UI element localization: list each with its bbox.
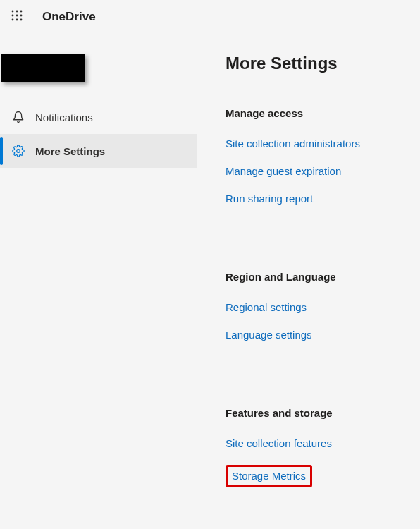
svg-point-7 [16,19,18,21]
section-features-storage: Features and storage Site collection fea… [226,407,413,487]
section-heading: Region and Language [226,271,413,283]
section-manage-access: Manage access Site collection administra… [226,107,413,205]
sidebar-item-more-settings[interactable]: More Settings [0,134,197,168]
link-language-settings[interactable]: Language settings [226,329,312,341]
svg-point-2 [20,11,23,13]
content-wrap: Notifications More Settings More Setting… [0,34,420,529]
links-group: Site collection features Storage Metrics [226,437,413,487]
section-heading: Manage access [226,107,413,119]
links-group: Regional settings Language settings [226,301,413,341]
links-group: Site collection administrators Manage gu… [226,138,413,205]
svg-point-0 [12,11,14,13]
svg-point-5 [20,15,23,17]
svg-point-8 [20,19,23,21]
svg-point-1 [16,11,18,13]
brand-title: OneDrive [42,10,96,24]
highlight-box: Storage Metrics [226,465,312,487]
user-block-redacted [1,54,85,82]
sidebar: Notifications More Settings [0,34,197,529]
sidebar-item-notifications[interactable]: Notifications [0,100,197,134]
section-heading: Features and storage [226,407,413,419]
link-storage-metrics[interactable]: Storage Metrics [232,470,306,482]
svg-point-6 [12,19,14,21]
page-title: More Settings [226,54,413,73]
svg-point-4 [16,15,18,17]
sidebar-item-label: Notifications [35,111,93,123]
svg-point-9 [17,150,20,153]
bell-icon [11,110,25,124]
gear-icon [11,144,25,158]
link-site-collection-administrators[interactable]: Site collection administrators [226,138,360,150]
sidebar-item-label: More Settings [35,145,105,157]
app-header: OneDrive [0,0,420,34]
app-launcher-button[interactable] [7,7,27,27]
svg-point-3 [12,15,14,17]
section-region-language: Region and Language Regional settings La… [226,271,413,341]
waffle-icon [11,10,23,24]
link-manage-guest-expiration[interactable]: Manage guest expiration [226,165,341,177]
link-regional-settings[interactable]: Regional settings [226,301,307,313]
link-site-collection-features[interactable]: Site collection features [226,437,332,449]
main-panel: More Settings Manage access Site collect… [197,34,420,529]
link-run-sharing-report[interactable]: Run sharing report [226,193,313,205]
